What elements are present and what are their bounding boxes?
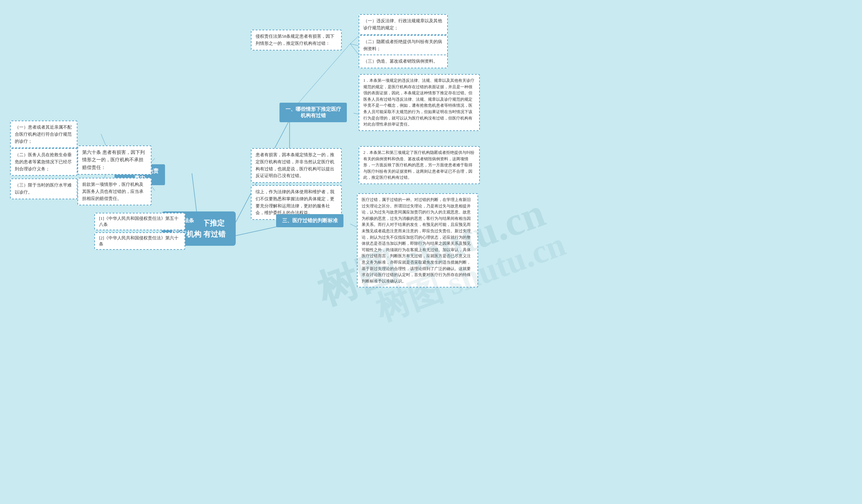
t3-a-box: （一）违反法律、行政法规规章以及其他诊疗规范的规定；: [358, 14, 448, 35]
sub-t1-5-label: 前款第一项情形中，医疗机构及其医务人员也有过错的，应当承担相应的赔偿责任。: [82, 182, 143, 201]
sub-prev-fault: 前款第一项情形中，医疗机构及其医务人员也有过错的，应当承担相应的赔偿责任。: [77, 178, 152, 205]
sub-emergency: （二）医务人员在抢救生命垂危的患者等紧急情况下已经尽到合理诊疗义务；: [10, 148, 77, 176]
t3-b-box: （二）隐匿或者拒绝提供与纠纷有关的病例资料；: [358, 35, 448, 56]
sub-t1-1-label: （一）患者或者其近亲属不配合医疗机构进行符合诊疗规范的诊疗；: [15, 124, 72, 144]
ref1-label: [1]《中华人民共和国侵权责任法》第五十八条: [99, 216, 179, 227]
t3-note2-box: 2．本条第二和第三项规定了医疗机构隐匿或者拒绝提供与纠纷有关的病例资料和伪造、篡…: [358, 146, 480, 184]
ref1-node: [1]《中华人民共和国侵权责任法》第五十八条: [94, 213, 185, 230]
t3-main-box: 侵权责任法第58条规定患者有损害，因下列情形之一的，推定医疗机构有过错：: [251, 30, 342, 51]
sub-t1-3-label: （三）限于当时的医疗水平难以诊疗。: [15, 183, 72, 195]
sub-medlevel: （三）限于当时的医疗水平难以诊疗。: [10, 178, 77, 199]
t3-reply-box: 患者有损害，因本条规定情形之一的，推定医疗机构有过错，并非当然认定医疗机构有过错…: [251, 148, 342, 183]
t4-main-label: 医疗过错，属于过错的一种。对过错的判断，在学理上有新旧过失理论之区分。所谓旧过失…: [362, 197, 471, 283]
sub-patient-noncoop: （一）患者或者其近亲属不配合医疗机构进行符合诊疗规范的诊疗；: [10, 120, 77, 148]
t4-main-box: 医疗过错，属于过错的一种。对过错的判断，在学理上有新旧过失理论之区分。所谓旧过失…: [357, 193, 478, 288]
sub-60th-label: 第六十条 患者有损害，因下列情形之一的，医疗机构不承担赔偿责任：: [82, 150, 145, 170]
t3-a-label: （一）违反法律、行政法规规章以及其他诊疗规范的规定；: [363, 18, 442, 30]
t3-reply-label: 患者有损害，因本条规定情形之一的，推定医疗机构有过错，并非当然认定医疗机构有过错…: [256, 152, 334, 178]
sub-60th: 第六十条 患者有损害，因下列情形之一的，医疗机构不承担赔偿责任：: [77, 145, 152, 175]
topic4-label: 三、医疗过错的判断标准: [282, 218, 338, 223]
t3-note1-label: 1．本条第一项规定的违反法律、法规、规章以及其他有关诊疗规范的规定，是医疗机构存…: [363, 78, 474, 127]
t3-note2-label: 2．本条第二和第三项规定了医疗机构隐匿或者拒绝提供与纠纷有关的病例资料和伪造、篡…: [363, 150, 474, 180]
t3-note1-box: 1．本条第一项规定的违反法律、法规、规章以及其他有关诊疗规范的规定，是医疗机构存…: [358, 74, 480, 131]
t3-conclusion-label: 综上，作为法律的具体使用和维护者，我们不仅要熟悉和掌握法律的具体规定，更要充分理…: [256, 189, 334, 215]
sub-t1-2-label: （二）医务人员在抢救生命垂危的患者等紧急情况下已经尽到合理诊疗义务；: [15, 152, 72, 171]
topic-qingxing[interactable]: 一、哪些情形下推定医疗机构有过错: [279, 103, 347, 122]
t3-b-label: （二）隐匿或者拒绝提供与纠纷有关的病例资料；: [363, 39, 442, 51]
ref2-node: [2]《中华人民共和国侵权责任法》第六十条: [94, 232, 185, 250]
topic-guocuo[interactable]: 三、医疗过错的判断标准: [276, 214, 343, 227]
t3-main-label: 侵权责任法第58条规定患者有损害，因下列情形之一的，推定医疗机构有过错：: [256, 34, 334, 46]
t3-c-label: （三）伪造、篡改或者销毁病例资料。: [363, 58, 438, 64]
canvas: 树图 shutu.cn 树图 shutu.cn: [0, 0, 862, 504]
ref2-label: [2]《中华人民共和国侵权责任法》第六十条: [99, 235, 179, 247]
topic3-label: 一、哪些情形下推定医疗机构有过错: [286, 106, 341, 118]
t3-c-box: （三）伪造、篡改或者销毁病例资料。: [358, 55, 448, 68]
